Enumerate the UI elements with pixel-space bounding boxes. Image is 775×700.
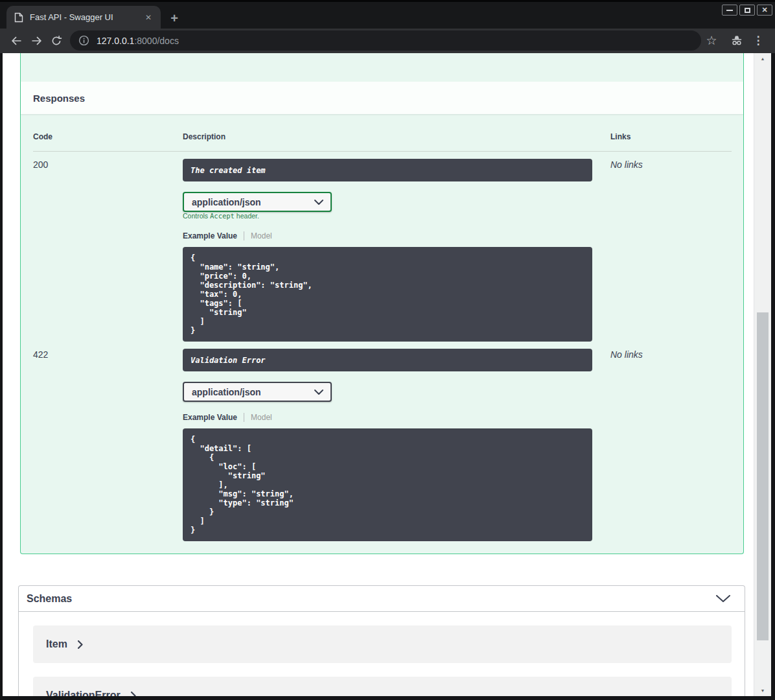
response-code-200: 200 [33,159,48,170]
page-scrollbar[interactable]: ▲ ▼ [754,53,771,696]
example-json-200: { "name": "string", "price": 0, "descrip… [183,247,592,342]
tab-separator [244,413,244,422]
media-type-value: application/json [192,197,261,207]
column-header-description: Description [183,132,226,141]
chevron-right-icon [131,692,136,697]
example-json-422: { "detail": [ { "loc": [ "string" ], "ms… [183,428,592,541]
media-type-value: application/json [192,387,261,397]
opblock-post-open: Responses Code Description Links 200 The… [20,53,744,554]
hint-suffix: header. [235,212,259,220]
document-icon [14,12,23,23]
tab-close-icon[interactable]: ✕ [143,12,154,23]
maximize-icon [745,8,750,13]
response-description-box: The created item [183,159,592,181]
tab-model[interactable]: Model [251,413,272,422]
url-path: :8000/docs [134,36,179,46]
url-host: 127.0.0.1 [97,36,134,46]
site-info-icon[interactable] [78,35,89,46]
tab-example-value[interactable]: Example Value [183,231,237,240]
url-text: 127.0.0.1:8000/docs [97,36,179,46]
window-controls: ✕ [722,5,772,16]
schema-model-item[interactable]: Item [33,625,732,663]
scroll-down-icon[interactable]: ▼ [754,686,771,695]
accept-header-hint: Controls Accept header. [183,212,259,220]
table-header-divider [33,151,732,152]
model-name: Item [46,638,67,650]
minimize-icon [726,10,733,11]
incognito-icon [726,30,747,51]
response-description-text: The created item [191,166,266,175]
new-tab-button[interactable]: + [166,10,183,27]
tab-example-value[interactable]: Example Value [183,413,237,422]
column-header-links: Links [610,132,630,141]
browser-tab[interactable]: Fast API - Swagger UI ✕ [6,6,161,29]
hint-code: Accept [210,212,235,220]
schemas-header[interactable]: Schemas [19,586,745,612]
example-model-tabs: Example Value Model [183,412,272,423]
reload-button[interactable] [46,30,67,51]
maximize-button[interactable] [739,5,755,16]
close-button[interactable]: ✕ [757,5,772,16]
bookmark-star-icon[interactable]: ☆ [701,30,722,51]
tab-model[interactable]: Model [251,231,272,240]
scroll-up-icon[interactable]: ▲ [754,54,771,64]
hint-prefix: Controls [183,212,210,220]
close-icon: ✕ [761,6,767,14]
forward-button[interactable] [27,30,47,51]
column-header-code: Code [33,132,52,141]
response-links-text: No links [610,159,643,170]
back-button[interactable] [6,30,27,51]
responses-title: Responses [33,93,85,104]
browser-menu-icon[interactable]: ⋮ [748,30,769,51]
chevron-down-icon [314,200,323,205]
tab-strip: Fast API - Swagger UI ✕ + ✕ [0,2,775,29]
media-type-select[interactable]: application/json [183,192,332,212]
example-model-tabs: Example Value Model [183,231,272,241]
schemas-title: Schemas [27,593,72,605]
response-links-text: No links [610,349,643,360]
chevron-down-icon [314,390,323,395]
schema-model-validationerror[interactable]: ValidationError [33,677,732,696]
schemas-section: Schemas Item ValidationError [18,585,745,696]
tab-separator [244,231,244,240]
chevron-right-icon [78,640,83,649]
tab-title: Fast API - Swagger UI [30,12,113,22]
page-content: Responses Code Description Links 200 The… [3,53,771,696]
media-type-select[interactable]: application/json [183,382,332,402]
chevron-down-icon[interactable] [716,595,730,603]
response-description-box: Validation Error [183,349,592,371]
scrollbar-thumb[interactable] [757,312,769,640]
response-description-text: Validation Error [191,356,266,365]
model-name: ValidationError [46,690,121,696]
responses-section-header: Responses [21,82,743,114]
minimize-button[interactable] [722,5,737,16]
address-bar[interactable]: 127.0.0.1:8000/docs [70,30,701,51]
response-code-422: 422 [33,349,48,360]
